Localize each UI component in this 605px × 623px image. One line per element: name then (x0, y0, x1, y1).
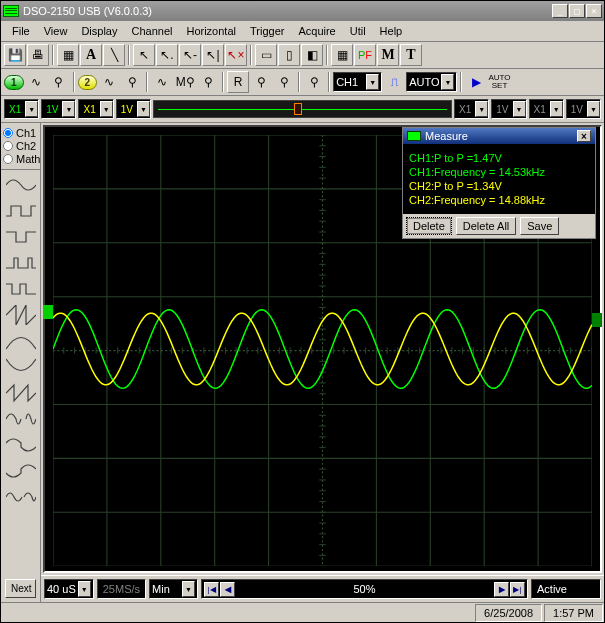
rect-tool-icon[interactable]: ▭ (255, 44, 277, 66)
ref2-probe-select[interactable]: X1▼ (529, 99, 564, 119)
wave-shape-10[interactable] (4, 432, 38, 458)
zoom-m-icon[interactable]: M⚲ (174, 71, 196, 93)
ch-level-marker-left[interactable] (43, 305, 53, 319)
menu-acquire[interactable]: Acquire (291, 23, 342, 39)
t-button[interactable]: T (400, 44, 422, 66)
window-title: DSO-2150 USB (V6.0.0.3) (23, 5, 552, 17)
zoom4-icon[interactable]: ⚲ (303, 71, 325, 93)
menu-file[interactable]: File (5, 23, 37, 39)
menu-util[interactable]: Util (343, 23, 373, 39)
r-button[interactable]: R (227, 71, 249, 93)
wave-shape-7[interactable] (4, 354, 38, 380)
menu-display[interactable]: Display (74, 23, 124, 39)
measure-close-button[interactable]: × (577, 130, 591, 142)
scroll-first-icon[interactable]: |◀ (204, 582, 219, 597)
menu-help[interactable]: Help (373, 23, 410, 39)
wave-shape-3[interactable] (4, 250, 38, 276)
wave-shape-1[interactable] (4, 198, 38, 224)
oscilloscope-display[interactable]: Measure × CH1:P to P =1.47V CH1:Frequenc… (43, 125, 602, 573)
ch2-zoom-icon[interactable]: ⚲ (121, 71, 143, 93)
measure-delete-button[interactable]: Delete (406, 217, 452, 235)
cursor-default-icon[interactable]: ↖ (133, 44, 155, 66)
folder-icon[interactable]: ▦ (57, 44, 79, 66)
zoom-icon[interactable]: ⚲ (197, 71, 219, 93)
measure-ch2-pp: CH2:P to P =1.34V (409, 180, 589, 192)
zoom3-icon[interactable]: ⚲ (273, 71, 295, 93)
cursor-vert-icon[interactable]: ↖| (202, 44, 224, 66)
chart-icon[interactable]: ▦ (331, 44, 353, 66)
ch2-vdiv-select[interactable]: 1V▼ (116, 99, 151, 119)
ref2-vdiv-select[interactable]: 1V▼ (566, 99, 601, 119)
ref1-probe-select[interactable]: X1▼ (454, 99, 489, 119)
channel-select[interactable]: CH1 ▼ (333, 72, 382, 92)
menu-horizontal[interactable]: Horizontal (179, 23, 243, 39)
close-button[interactable]: × (586, 4, 602, 18)
maximize-button[interactable]: □ (569, 4, 585, 18)
run-status: Active (531, 579, 601, 599)
ch1-radio[interactable]: Ch1 (3, 127, 38, 139)
ch1-wave-icon[interactable]: ∿ (25, 71, 47, 93)
measure-panel: Measure × CH1:P to P =1.47V CH1:Frequenc… (402, 127, 596, 239)
cursor-none-icon[interactable]: ↖× (225, 44, 247, 66)
trigger-marker-icon[interactable] (294, 103, 302, 115)
ch2-wave-icon[interactable]: ∿ (98, 71, 120, 93)
measure-delete-all-button[interactable]: Delete All (456, 217, 516, 235)
ch2-pill[interactable]: 2 (78, 75, 98, 90)
ch2-probe-select[interactable]: X1▼ (78, 99, 113, 119)
cursor-cross-icon[interactable]: ↖. (156, 44, 178, 66)
timebase-value: 40 uS (47, 583, 76, 595)
wave-shape-8[interactable] (4, 380, 38, 406)
ch1-probe-select[interactable]: X1▼ (4, 99, 39, 119)
measure-save-button[interactable]: Save (520, 217, 559, 235)
scroll-right-icon[interactable]: ▶ (494, 582, 509, 597)
minimize-button[interactable]: _ (552, 4, 568, 18)
menu-trigger[interactable]: Trigger (243, 23, 291, 39)
trigger-position-bar[interactable] (153, 100, 452, 118)
wave-shape-5[interactable] (4, 302, 38, 328)
wave-shape-11[interactable] (4, 458, 38, 484)
measure-title-text: Measure (425, 130, 573, 142)
ch1-vdiv-select[interactable]: 1V▼ (41, 99, 76, 119)
save-icon[interactable]: 💾 (4, 44, 26, 66)
passfail-icon[interactable]: PF (354, 44, 376, 66)
wave-shape-0[interactable] (4, 172, 38, 198)
zoom2-icon[interactable]: ⚲ (250, 71, 272, 93)
trigger-mode-select[interactable]: AUTO ▼ (406, 72, 457, 92)
menu-view[interactable]: View (37, 23, 75, 39)
math-radio[interactable]: Math (3, 153, 38, 165)
text-tool-icon[interactable]: A (80, 44, 102, 66)
title-bar: DSO-2150 USB (V6.0.0.3) _ □ × (1, 1, 604, 21)
horizontal-scrollbar[interactable]: |◀ ◀ 50% ▶ ▶| (201, 579, 528, 599)
cursor-horiz-icon[interactable]: ↖- (179, 44, 201, 66)
ch1-pill[interactable]: 1 (4, 75, 24, 90)
line-tool-icon[interactable]: ╲ (103, 44, 125, 66)
auto-set-button[interactable]: AUTOSET (488, 71, 510, 93)
edge-rise-icon[interactable]: ⎍ (383, 71, 405, 93)
scroll-left-icon[interactable]: ◀ (220, 582, 235, 597)
ch-level-marker-right[interactable] (592, 313, 602, 327)
play-icon[interactable]: ▶ (465, 71, 487, 93)
trigger-mode-value: AUTO (409, 76, 439, 88)
ref1-vdiv-select[interactable]: 1V▼ (491, 99, 526, 119)
rect2-tool-icon[interactable]: ▯ (278, 44, 300, 66)
print-icon[interactable]: 🖶 (27, 44, 49, 66)
rect3-tool-icon[interactable]: ◧ (301, 44, 323, 66)
acquire-min-value: Min (152, 583, 180, 595)
wave-shape-12[interactable] (4, 484, 38, 510)
ch1-zoom-icon[interactable]: ⚲ (48, 71, 70, 93)
timebase-select[interactable]: 40 uS ▼ (44, 579, 94, 599)
acquire-min-select[interactable]: Min ▼ (149, 579, 198, 599)
m-button[interactable]: M (377, 44, 399, 66)
wave-shape-2[interactable] (4, 224, 38, 250)
wave-shape-4[interactable] (4, 276, 38, 302)
menu-channel[interactable]: Channel (124, 23, 179, 39)
bottom-bar: 40 uS ▼ 25MS/s Min ▼ |◀ ◀ 50% ▶ ▶| Activ… (41, 575, 604, 602)
ch2-radio[interactable]: Ch2 (3, 140, 38, 152)
measure-titlebar[interactable]: Measure × (403, 128, 595, 144)
channel-select-value: CH1 (336, 76, 364, 88)
math-wave-icon[interactable]: ∿ (151, 71, 173, 93)
scroll-last-icon[interactable]: ▶| (510, 582, 525, 597)
next-button[interactable]: Next (5, 579, 36, 598)
wave-shape-6[interactable] (4, 328, 38, 354)
wave-shape-9[interactable] (4, 406, 38, 432)
